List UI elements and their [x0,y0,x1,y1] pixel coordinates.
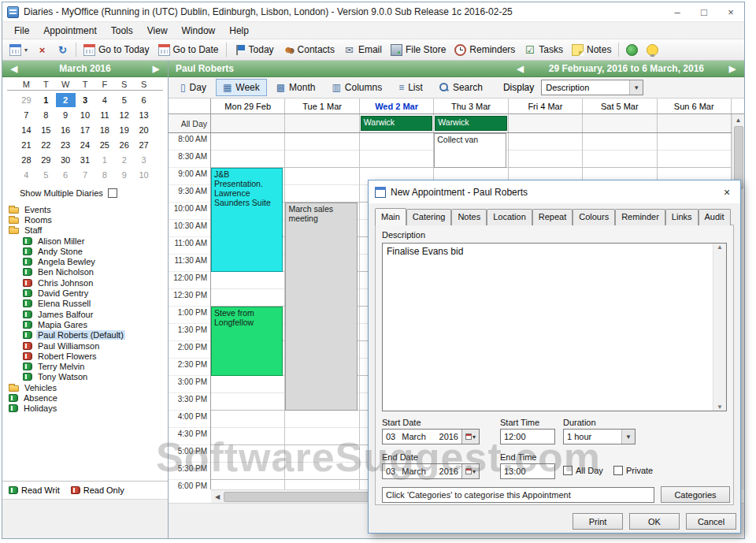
next-week-arrow[interactable]: ▶ [724,64,740,74]
mini-cal-day[interactable]: 26 [114,138,134,152]
tab-audit[interactable]: Audit [699,209,731,225]
tree-item-staff-member[interactable]: James Balfour [9,309,168,319]
menu-help[interactable]: Help [222,23,256,39]
tab-colours[interactable]: Colours [573,209,615,225]
mini-cal-day[interactable]: 7 [76,168,95,182]
appointment[interactable]: Collect van [434,133,506,168]
menu-file[interactable]: File [7,23,36,39]
tree-item-absence[interactable]: Absence [9,392,168,403]
day-view-button[interactable]: ▯Day [173,79,213,96]
tree-item-vehicles[interactable]: Vehicles [9,382,168,392]
mini-cal-day[interactable]: 17 [76,123,95,137]
mini-cal-day-selected[interactable]: 2 [56,93,76,107]
tree-item-staff-member[interactable]: Andy Stone [9,246,168,256]
mini-cal-day[interactable]: 20 [134,123,154,137]
scroll-up-icon[interactable]: ▲ [732,114,744,126]
search-button[interactable]: Search [432,79,490,96]
day-header-wed-today[interactable]: Wed 2 Mar [360,99,434,113]
cancel-button[interactable]: Cancel [686,513,736,530]
tree-item-staff-member[interactable]: Ben Nicholson [9,267,168,277]
duration-select[interactable]: 1 hour ▼ [563,429,636,444]
mini-cal-day[interactable]: 25 [94,138,114,152]
tab-main[interactable]: Main [375,208,406,225]
contacts-button[interactable]: ☻ Contacts [279,43,339,58]
mini-cal-day[interactable]: 13 [134,108,154,122]
day-header-sun[interactable]: Sun 6 Mar [658,99,732,113]
tree-item-rooms[interactable]: Rooms [9,214,168,225]
menu-tools[interactable]: Tools [104,23,140,39]
menu-appointment[interactable]: Appointment [36,23,103,39]
today-button[interactable]: Today [230,43,278,58]
mini-cal-day[interactable]: 22 [36,138,56,152]
tree-item-staff-member[interactable]: Mapia Gares [9,319,168,329]
day-header-mon[interactable]: Mon 29 Feb [211,99,285,113]
appointment[interactable]: J&B Presentation. Lawrence Saunders Suit… [211,168,283,272]
mini-cal-day[interactable]: 1 [36,93,56,107]
prev-month-arrow[interactable]: ◀ [6,64,22,74]
file-store-button[interactable]: File Store [387,43,450,58]
mini-cal-day[interactable]: 24 [76,138,95,152]
columns-view-button[interactable]: ▥Columns [324,79,389,96]
start-time-field[interactable]: 12:00 [500,429,555,444]
day-header-fri[interactable]: Fri 4 Mar [509,99,583,113]
tree-item-staff-member[interactable]: Elena Russell [9,299,168,309]
month-view-button[interactable]: ▩Month [269,79,323,96]
next-month-arrow[interactable]: ▶ [148,64,164,74]
all-day-appointment[interactable]: Warwick [435,116,506,131]
end-time-field[interactable]: 13:00 [500,463,555,479]
mini-cal-day[interactable]: 19 [114,123,134,137]
mini-cal-day[interactable]: 4 [17,168,36,182]
end-date-field[interactable]: 03 March 2016 ▾ [382,463,480,479]
mini-cal-day[interactable]: 21 [17,138,36,152]
tips-button[interactable] [643,43,662,58]
tree-item-staff-member[interactable]: Angela Bewley [9,256,168,266]
mini-cal-day[interactable]: 2 [114,153,134,167]
appointment[interactable]: March sales meeting [285,203,357,411]
tree-item-staff-member[interactable]: Alison Miller [9,236,168,246]
print-button[interactable]: Print [573,513,623,530]
display-combo[interactable]: Description ▼ [541,80,643,95]
tree-item-events[interactable]: Events [9,204,168,214]
tab-links[interactable]: Links [665,209,699,225]
refresh-button[interactable]: ↻ [53,43,72,58]
day-header-sat[interactable]: Sat 5 Mar [583,99,657,113]
day-column-mon[interactable]: J&B Presentation. Lawrence Saunders Suit… [211,133,285,489]
notes-button[interactable]: Notes [568,43,615,58]
day-header-tue[interactable]: Tue 1 Mar [285,99,359,113]
mini-cal-day[interactable]: 28 [17,153,36,167]
email-button[interactable]: ✉ Email [339,43,386,58]
mini-cal-day[interactable]: 8 [36,108,56,122]
mini-cal-day[interactable]: 8 [94,168,114,182]
tree-item-staff-member[interactable]: David Gentry [9,288,168,298]
tab-repeat[interactable]: Repeat [532,209,573,225]
mini-cal-day[interactable]: 3 [76,93,95,107]
week-view-button[interactable]: ▦Week [216,79,267,96]
mini-cal-day[interactable]: 10 [134,168,154,182]
tree-item-staff-member[interactable]: Robert Flowers [9,351,168,361]
mini-cal-day[interactable]: 12 [114,108,134,122]
close-button[interactable]: × [717,2,744,21]
mini-cal-day[interactable]: 5 [36,168,56,182]
tree-item-staff-member[interactable]: Chris Johnson [9,277,168,288]
tree-item-staff-member[interactable]: Terry Melvin [9,361,168,371]
maximize-button[interactable]: □ [691,2,717,21]
menu-view[interactable]: View [140,23,175,39]
mini-cal-day[interactable]: 10 [76,108,95,122]
mini-cal-day[interactable]: 11 [94,108,114,122]
tab-catering[interactable]: Catering [406,209,452,225]
mini-cal-day[interactable]: 6 [56,168,76,182]
mini-cal-day[interactable]: 1 [94,153,114,167]
delete-button[interactable]: × [32,43,52,58]
mini-cal-day[interactable]: 29 [17,93,36,107]
reminders-button[interactable]: Reminders [450,43,519,58]
mini-cal-day[interactable]: 15 [36,123,56,137]
mini-cal-day[interactable]: 3 [134,153,154,167]
day-column-tue[interactable]: March sales meeting [285,133,359,489]
all-day-cell[interactable] [658,114,732,132]
minimize-button[interactable]: – [664,2,691,21]
mini-cal-day[interactable]: 29 [36,153,56,167]
tree-item-staff-member[interactable]: Tony Watson [9,372,168,382]
scroll-left-icon[interactable]: ◀ [211,491,224,503]
list-view-button[interactable]: ≡List [391,79,430,96]
tab-reminder[interactable]: Reminder [615,209,665,225]
